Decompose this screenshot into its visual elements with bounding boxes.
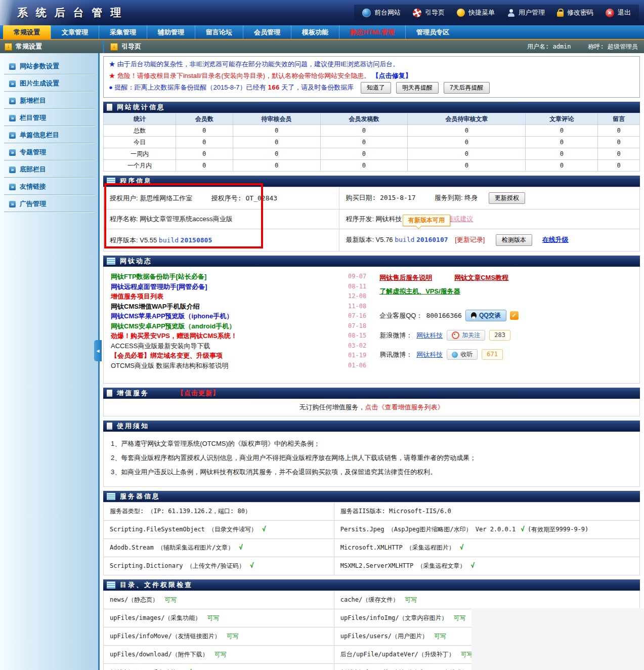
section-notes: 使用须知 1、严格遵守网钛文章管理系统(OTCMS)的《版权声明》中的相关条例；… (103, 421, 640, 487)
section-title: 使用须知 (117, 422, 149, 431)
nav-tab[interactable]: 静态HTML管理 (339, 25, 405, 39)
sidebar-item[interactable]: »友情链接 (4, 178, 94, 195)
nav-tab[interactable]: 文章管理 (51, 25, 99, 39)
news-date: 01-06 (348, 361, 366, 371)
check-ok-icon: √ (250, 562, 254, 569)
news-side-panel: 网钛售后服务说明 网钛文章CMS教程 了解虚拟主机、VPS/服务器 企业客服QQ… (379, 272, 632, 377)
changelog-link[interactable]: [更新记录] (455, 236, 485, 243)
sidebar-item[interactable]: »广告管理 (4, 195, 94, 212)
vas-list-link[interactable]: 点击《查看增值服务列表》 (365, 403, 444, 411)
news-link[interactable]: OTCMS商业版 数据库表结构和标签说明 (111, 361, 229, 371)
check-ok-icon: √ (471, 562, 475, 569)
top-menu-item[interactable]: 前台网站 (362, 8, 401, 17)
sidebar-item[interactable]: »新增栏目 (4, 92, 94, 109)
stats-column-header: 会员待审核文章 (408, 113, 526, 125)
hosting-link[interactable]: 了解虚拟主机、VPS/服务器 (379, 287, 460, 296)
developer-cell: 程序开发: 网钛科技 售后问题或建议 (339, 210, 640, 229)
top-menu-item[interactable]: 快捷菜单 (457, 8, 495, 17)
nav-tab[interactable]: 留言论坛 (195, 25, 243, 39)
tencent-listen-button[interactable]: 收听 (447, 349, 478, 360)
news-item: 【会员必看】绑定域名变更、升级事项01-19 (111, 351, 366, 361)
sidebar-collapse-handle[interactable]: ◀ (94, 340, 102, 361)
star-icon: ★ (109, 72, 115, 79)
arrow-right-icon: » (9, 149, 16, 156)
stats-column-header: 统计 (104, 113, 176, 125)
news-list: 网钛FTP数据备份助手[站长必备]09-07网钛远程桌面管理助手[网管必备]08… (111, 272, 366, 377)
top-menu-item[interactable]: ✕退出 (606, 8, 631, 17)
nav-tab[interactable]: 管理员专区 (405, 25, 460, 39)
top-menu-label: 退出 (618, 8, 631, 17)
check-ok-icon: √ (521, 525, 525, 533)
section-program: 程序信息 有新版本可用 授权用户: 新思维网络工作室 授权序号: OT_0284… (103, 176, 640, 252)
stats-header-row: 统计会员数待审核会员会员发稿数会员待审核文章文章评论留言 (104, 113, 640, 125)
page-header: ↓ 引导页 用户名: admin 称呼: 超级管理员 (104, 40, 644, 53)
sidebar-item[interactable]: »底部栏目 (4, 160, 94, 178)
vas-update-link[interactable]: 【点击更新】 (177, 389, 220, 398)
notice-button[interactable]: 明天再提醒 (396, 82, 439, 94)
check-item-text: cache/（缓存文件） (340, 596, 399, 603)
nav-tab[interactable]: 辅助管理 (147, 25, 195, 39)
sidebar-item[interactable]: »专题管理 (4, 143, 94, 160)
news-link[interactable]: 【会员必看】绑定域名变更、升级事项 (111, 351, 223, 361)
news-link[interactable]: ACCESS商业版最新安装向导下载 (111, 341, 210, 351)
news-date: 03-02 (348, 341, 366, 351)
sidebar-item[interactable]: »网站参数设置 (4, 57, 94, 74)
subheader: ↓ 常规设置 ↓ 引导页 用户名: admin 称呼: 超级管理员 (0, 40, 644, 53)
qq-number: 800166366 (426, 312, 461, 319)
check-version-button[interactable]: 检测版本 (496, 234, 532, 246)
sina-weibo-link[interactable]: 网钛科技 (416, 331, 443, 340)
section-header: 服务器信息 (103, 491, 640, 502)
stats-value: 0 (408, 137, 526, 148)
main-content: ★ 由于后台功能的复杂性，非IE浏览器可能存在部分功能失效的问题，建议使用IE浏… (100, 53, 644, 670)
section-stats: 网站统计信息 统计会员数待审核会员会员发稿数会员待审核文章文章评论留言总数000… (103, 102, 640, 172)
after-sales-link[interactable]: 网钛售后服务说明 (379, 273, 432, 282)
check-ok-icon: √ (460, 543, 464, 551)
check-item-text: Scripting.Dictionary （上传文件/验证码） (110, 562, 245, 569)
tencent-weibo-link[interactable]: 网钛科技 (416, 350, 443, 359)
server-cell: Persits.Jpeg （AspJpeg图片缩略图/水印） Ver 2.0.0… (334, 521, 639, 539)
nav-tab[interactable]: 会员管理 (243, 25, 291, 39)
sina-weibo-icon (452, 331, 459, 339)
sidebar-item[interactable]: »图片生成设置 (4, 74, 94, 92)
stats-value: 0 (526, 125, 598, 137)
renew-license-button[interactable]: 更新授权 (489, 192, 525, 204)
stats-value: 0 (233, 160, 320, 172)
cms-tutorial-link[interactable]: 网钛文章CMS教程 (454, 273, 508, 282)
news-link[interactable]: 网钛CMS安卓APP预览版（android手机） (111, 321, 235, 331)
news-link[interactable]: 网钛FTP数据备份助手[站长必备] (111, 272, 206, 282)
news-link[interactable]: 网钛远程桌面管理助手[网管必备] (111, 282, 207, 292)
online-upgrade-link[interactable]: 在线升级 (542, 236, 569, 243)
news-link[interactable]: 增值服务项目列表 (111, 291, 163, 302)
top-menu-item[interactable]: 修改密码 (557, 8, 593, 17)
section-server: 服务器信息 服务器类型: （IP: 61.139.126.2，端口: 80）服务… (103, 491, 640, 575)
sidebar-item-label: 栏目管理 (20, 113, 46, 122)
news-link[interactable]: 网钛CMS苹果APP预览版（iphone手机） (111, 311, 233, 321)
section-header: 网钛动态 (103, 256, 640, 267)
perm-cell: upFiles/infoMove/（友情链接图片）可写 (104, 627, 334, 646)
sidebar-item[interactable]: »单篇信息栏目 (4, 126, 94, 143)
nav-tab[interactable]: 常规设置 (3, 25, 51, 39)
stats-value: 0 (233, 137, 320, 148)
fix-now-link[interactable]: 【点击修复】 (372, 72, 412, 79)
sidebar-item[interactable]: »栏目管理 (4, 109, 94, 126)
verified-shield-icon[interactable]: ✓ (510, 311, 519, 320)
server-icon (107, 258, 115, 265)
check-item-text: 服务器类型: （IP: 61.139.126.2，端口: 80） (110, 508, 251, 515)
top-menu-item[interactable]: 用户管理 (507, 8, 545, 17)
check-item-text: Adodb.Stream （辅助采集远程图片/文章） (110, 544, 234, 551)
news-link[interactable]: 劲爆！购买景安VPS，赠送网钛CMS系统！ (111, 331, 237, 341)
check-item-text: Persits.Jpeg （AspJpeg图片缩略图/水印） Ver 2.0.0… (340, 526, 516, 533)
perm-row: news/（静态页）可写cache/（缓存文件）可写 (104, 591, 640, 609)
nav-tab[interactable]: 采集管理 (99, 25, 147, 39)
check-item-text: MSXML2.ServerXMLHTTP （采集远程文章） (340, 562, 466, 569)
arrow-right-icon: » (9, 80, 16, 87)
qq-chat-button[interactable]: QQ交谈 (465, 310, 506, 321)
notice-button[interactable]: 知道了 (361, 82, 391, 94)
news-link[interactable]: 网钛CMS增值WAP手机版介绍 (111, 302, 200, 312)
sina-follow-button[interactable]: 加关注 (447, 330, 485, 341)
notice-button[interactable]: 7天后再提醒 (444, 82, 490, 94)
top-menu-item[interactable]: 引导页 (413, 8, 445, 17)
nav-tab[interactable]: 模板功能 (291, 25, 339, 39)
news-item: 增值服务项目列表12-08 (111, 291, 366, 302)
body: »网站参数设置»图片生成设置»新增栏目»栏目管理»单篇信息栏目»专题管理»底部栏… (0, 53, 644, 670)
